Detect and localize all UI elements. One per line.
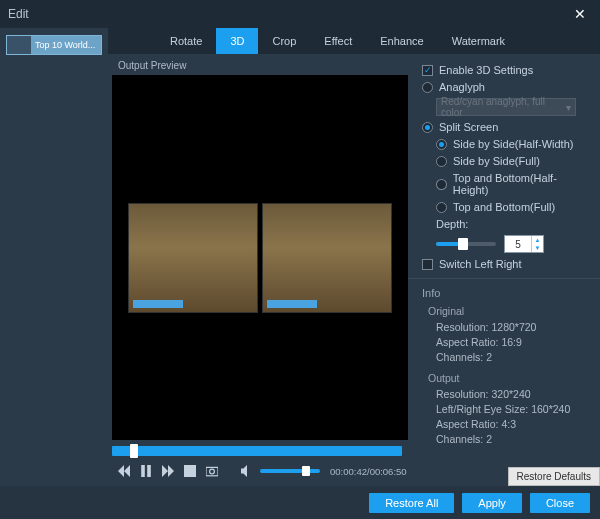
info-row: Aspect Ratio: 4:3 (436, 418, 590, 430)
depth-label: Depth: (436, 218, 590, 230)
settings-panel: Enable 3D Settings Anaglyph Red/cyan ana… (408, 54, 600, 486)
depth-slider[interactable] (436, 242, 496, 246)
mode-sbs-full-radio[interactable] (436, 156, 447, 167)
depth-slider-thumb[interactable] (458, 238, 468, 250)
title-bar: Edit ✕ (0, 0, 600, 28)
preview-title: Output Preview (112, 58, 408, 73)
info-row: Resolution: 1280*720 (436, 321, 590, 333)
tab-bar: Rotate 3D Crop Effect Enhance Watermark (108, 28, 600, 54)
tab-3d[interactable]: 3D (216, 28, 258, 54)
depth-spinner[interactable]: 5 ▲▼ (504, 235, 544, 253)
info-row: Left/Right Eye Size: 160*240 (436, 403, 590, 415)
mode-label: Top and Bottom(Full) (453, 201, 555, 213)
switch-lr-label: Switch Left Right (439, 258, 522, 270)
tab-rotate[interactable]: Rotate (156, 28, 216, 54)
split-screen-label: Split Screen (439, 121, 498, 133)
svg-rect-2 (184, 465, 196, 477)
mode-sbs-half-radio[interactable] (436, 139, 447, 150)
chevron-down-icon: ▾ (566, 102, 571, 113)
time-display: 00:00:42/00:06:50 (330, 466, 407, 477)
enable-3d-label: Enable 3D Settings (439, 64, 533, 76)
enable-3d-checkbox[interactable] (422, 65, 433, 76)
stop-button[interactable] (184, 464, 196, 478)
close-button[interactable]: Close (530, 493, 590, 513)
preview-right-eye (262, 203, 392, 313)
spinner-down-icon[interactable]: ▼ (532, 244, 543, 252)
info-row: Channels: 2 (436, 433, 590, 445)
video-preview (112, 75, 408, 440)
svg-point-4 (210, 469, 215, 474)
pause-button[interactable] (140, 464, 152, 478)
preview-left-eye (128, 203, 258, 313)
mode-label: Top and Bottom(Half-Height) (453, 172, 590, 196)
anaglyph-option-text: Red/cyan anaglyph, full color (441, 96, 566, 118)
mode-label: Side by Side(Half-Width) (453, 138, 573, 150)
info-header: Info (422, 287, 590, 299)
info-row: Aspect Ratio: 16:9 (436, 336, 590, 348)
seek-thumb[interactable] (130, 444, 138, 458)
apply-button[interactable]: Apply (462, 493, 522, 513)
next-frame-button[interactable] (162, 464, 174, 478)
volume-thumb[interactable] (302, 466, 310, 476)
mode-label: Side by Side(Full) (453, 155, 540, 167)
info-original-title: Original (428, 305, 590, 317)
svg-rect-0 (141, 465, 145, 477)
mode-tb-full-radio[interactable] (436, 202, 447, 213)
info-row: Channels: 2 (436, 351, 590, 363)
svg-rect-1 (147, 465, 151, 477)
sidebar: Top 10 World... (0, 28, 108, 486)
tab-effect[interactable]: Effect (310, 28, 366, 54)
anaglyph-select[interactable]: Red/cyan anaglyph, full color ▾ (436, 98, 576, 116)
mode-tb-half-radio[interactable] (436, 179, 447, 190)
tab-crop[interactable]: Crop (258, 28, 310, 54)
volume-slider[interactable] (260, 469, 320, 473)
restore-defaults-button[interactable]: Restore Defaults (508, 467, 600, 486)
info-row: Resolution: 320*240 (436, 388, 590, 400)
anaglyph-radio[interactable] (422, 82, 433, 93)
thumbnail-image (7, 36, 31, 54)
spinner-up-icon[interactable]: ▲ (532, 236, 543, 244)
sidebar-thumbnail[interactable]: Top 10 World... (6, 35, 102, 55)
seek-bar[interactable] (112, 446, 402, 456)
tab-watermark[interactable]: Watermark (438, 28, 519, 54)
window-title: Edit (8, 7, 29, 21)
divider (408, 278, 600, 279)
footer: Restore All Apply Close (0, 486, 600, 519)
volume-icon[interactable] (240, 464, 254, 478)
thumbnail-label: Top 10 World... (35, 40, 95, 50)
switch-lr-checkbox[interactable] (422, 259, 433, 270)
info-output-title: Output (428, 372, 590, 384)
preview-panel: Output Preview (108, 54, 408, 486)
anaglyph-label: Anaglyph (439, 81, 485, 93)
player-controls: 00:00:42/00:06:50 (112, 456, 408, 486)
restore-all-button[interactable]: Restore All (369, 493, 454, 513)
snapshot-button[interactable] (206, 464, 218, 478)
depth-value: 5 (505, 239, 531, 250)
close-icon[interactable]: ✕ (568, 6, 592, 22)
tab-enhance[interactable]: Enhance (366, 28, 437, 54)
prev-frame-button[interactable] (118, 464, 130, 478)
split-screen-radio[interactable] (422, 122, 433, 133)
